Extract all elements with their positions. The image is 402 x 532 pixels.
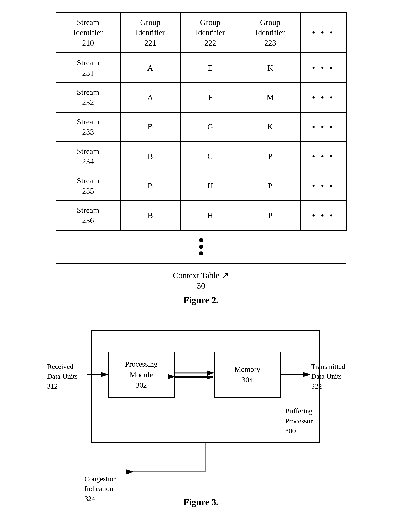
stream-231: Stream231: [56, 53, 120, 82]
arrow-icon: ↗: [221, 270, 229, 281]
cell-236-dots: • • •: [300, 201, 346, 230]
table-row: Stream233 B G K • • •: [56, 112, 346, 142]
table-row: Stream234 B G P • • •: [56, 142, 346, 171]
context-table: StreamIdentifier210 GroupIdentifier221 G…: [56, 13, 347, 264]
cell-233-g2: G: [180, 112, 240, 142]
cell-234-dots: • • •: [300, 142, 346, 171]
cell-233-g3: K: [240, 112, 300, 142]
figure2: StreamIdentifier210 GroupIdentifier221 G…: [17, 13, 385, 305]
cell-235-g2: H: [180, 171, 240, 201]
stream-233: Stream233: [56, 112, 120, 142]
cell-233-g1: B: [120, 112, 180, 142]
cell-234-g2: G: [180, 142, 240, 171]
cell-235-dots: • • •: [300, 171, 346, 201]
table-row: Stream232 A F M • • •: [56, 82, 346, 112]
table-row: Stream235 B H P • • •: [56, 171, 346, 201]
diagram-area: ProcessingModule302 Memory304 BufferingP…: [45, 322, 357, 493]
table-row: Stream236 B H P • • •: [56, 201, 346, 230]
cell-234-g3: P: [240, 142, 300, 171]
cell-231-g3: K: [240, 53, 300, 82]
cell-232-dots: • • •: [300, 82, 346, 112]
stream-235: Stream235: [56, 171, 120, 201]
dot: [199, 245, 203, 249]
table-row-ellipsis: [56, 230, 346, 263]
congestion-label: CongestionIndication324: [85, 474, 117, 504]
dot: [199, 251, 203, 255]
header-group-id-221: GroupIdentifier221: [120, 13, 180, 53]
dot: [199, 238, 203, 242]
cell-231-dots: • • •: [300, 53, 346, 82]
cell-236-g2: H: [180, 201, 240, 230]
cell-232-g3: M: [240, 82, 300, 112]
cell-235-g3: P: [240, 171, 300, 201]
stream-236: Stream236: [56, 201, 120, 230]
figure3-label: Figure 3.: [184, 497, 219, 507]
caption-text: Context Table: [173, 271, 220, 280]
stream-234: Stream234: [56, 142, 120, 171]
cell-232-g1: A: [120, 82, 180, 112]
cell-235-g1: B: [120, 171, 180, 201]
congestion-text: CongestionIndication324: [85, 475, 117, 502]
diagram-arrows-svg: [45, 322, 357, 493]
figure2-caption: Context Table ↗ 30 Figure 2.: [173, 270, 229, 305]
figure3: ProcessingModule302 Memory304 BufferingP…: [17, 322, 385, 507]
stream-232: Stream232: [56, 82, 120, 112]
cell-236-g3: P: [240, 201, 300, 230]
header-ellipsis: • • •: [300, 13, 346, 53]
cell-236-g1: B: [120, 201, 180, 230]
header-group-id-223: GroupIdentifier223: [240, 13, 300, 53]
figure2-label: Figure 2.: [184, 295, 219, 305]
cell-233-dots: • • •: [300, 112, 346, 142]
table-row: Stream231 A E K • • •: [56, 53, 346, 82]
header-stream-id: StreamIdentifier210: [56, 13, 120, 53]
cell-234-g1: B: [120, 142, 180, 171]
cell-231-g2: E: [180, 53, 240, 82]
vertical-dots: [59, 235, 343, 259]
caption-number: 30: [197, 281, 205, 291]
cell-231-g1: A: [120, 53, 180, 82]
vertical-dots-cell: [56, 230, 346, 263]
caption-line: Context Table ↗: [173, 270, 229, 281]
header-group-id-222: GroupIdentifier222: [180, 13, 240, 53]
cell-232-g2: F: [180, 82, 240, 112]
